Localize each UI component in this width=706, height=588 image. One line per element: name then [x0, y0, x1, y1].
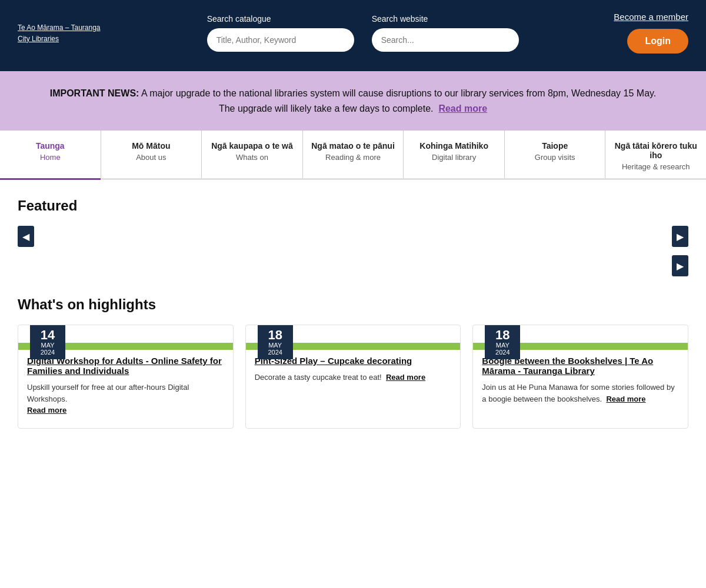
featured-carousel: ◀ ▶ ▶ [18, 226, 688, 273]
nav-maori-group: Taiope [511, 141, 600, 151]
nav-maori-about: Mō Mātou [107, 141, 196, 151]
highlights-title: What's on highlights [18, 296, 688, 313]
news-text2: The upgrade will likely take a few days … [219, 103, 434, 113]
login-button[interactable]: Login [627, 29, 688, 54]
nav-english-heritage: Heritage & research [611, 162, 700, 171]
featured-title: Featured [18, 198, 688, 214]
event-desc-1: Upskill yourself for free at our after-h… [27, 382, 224, 416]
logo-area: Te Ao Mārama – Tauranga City Libraries [18, 22, 112, 44]
website-search-group: Search website [372, 14, 519, 52]
news-banner: IMPORTANT NEWS: A major upgrade to the n… [0, 71, 706, 131]
event-desc-3: Join us at He Puna Manawa for some stori… [482, 382, 679, 405]
highlights-section: What's on highlights 14 MAY 2024 Digital… [0, 285, 706, 446]
nav-item-digital[interactable]: Kohinga Matihiko Digital library [404, 131, 505, 178]
event-read-more-3[interactable]: Read more [606, 395, 645, 403]
nav-english-reading: Reading & more [309, 153, 398, 162]
website-search-input[interactable] [372, 28, 519, 52]
featured-section: Featured ◀ ▶ ▶ [0, 180, 706, 285]
event-date-badge-3: 18 MAY 2024 [485, 325, 520, 359]
event-year-3: 2024 [491, 349, 514, 356]
event-read-more-1[interactable]: Read more [27, 406, 66, 415]
nav-maori-home: Taunga [6, 141, 95, 151]
site-header: Te Ao Mārama – Tauranga City Libraries S… [0, 0, 706, 71]
catalogue-search-group: Search catalogue [207, 14, 354, 52]
events-grid: 14 MAY 2024 Digital Workshop for Adults … [18, 325, 688, 429]
nav-maori-reading: Ngā matao o te pānui [309, 141, 398, 151]
nav-item-home[interactable]: Taunga Home [0, 131, 101, 178]
event-day-1: 14 [36, 329, 59, 342]
nav-maori-whatson: Ngā kaupapa o te wā [208, 141, 297, 151]
header-right: Become a member Login [614, 12, 688, 54]
event-month-3: MAY [491, 342, 514, 349]
event-month-2: MAY [264, 342, 287, 349]
carousel-right-top-arrow[interactable]: ▶ [672, 226, 688, 247]
event-card-2: 18 MAY 2024 Pint-Sized Play – Cupcake de… [245, 325, 461, 429]
news-read-more-link[interactable]: Read more [438, 103, 487, 113]
event-date-badge-2: 18 MAY 2024 [258, 325, 293, 359]
nav-maori-heritage: Ngā tātai kōrero tuku iho [611, 141, 700, 160]
event-content-3: Boogie between the Bookshelves | Te Ao M… [473, 350, 688, 416]
search-area: Search catalogue Search website [207, 14, 519, 52]
nav-item-reading[interactable]: Ngā matao o te pānui Reading & more [303, 131, 404, 178]
site-logo[interactable]: Te Ao Mārama – Tauranga City Libraries [18, 24, 101, 43]
main-navigation: Taunga Home Mō Mātou About us Ngā kaupap… [0, 131, 706, 180]
nav-english-digital: Digital library [409, 153, 498, 162]
nav-english-about: About us [107, 153, 196, 162]
nav-item-group[interactable]: Taiope Group visits [505, 131, 606, 178]
event-year-2: 2024 [264, 349, 287, 356]
nav-maori-digital: Kohinga Matihiko [409, 141, 498, 151]
news-line1: IMPORTANT NEWS: A major upgrade to the n… [24, 86, 682, 101]
carousel-left-arrow[interactable]: ◀ [18, 226, 34, 247]
event-card-1: 14 MAY 2024 Digital Workshop for Adults … [18, 325, 234, 429]
nav-item-whatson[interactable]: Ngā kaupapa o te wā Whats on [202, 131, 303, 178]
nav-item-about[interactable]: Mō Mātou About us [101, 131, 202, 178]
event-day-3: 18 [491, 329, 514, 342]
catalogue-search-input[interactable] [207, 28, 354, 52]
nav-english-group: Group visits [511, 153, 600, 162]
event-month-1: MAY [36, 342, 59, 349]
website-search-label: Search website [372, 14, 519, 24]
become-member-link[interactable]: Become a member [614, 12, 688, 22]
nav-english-whatson: Whats on [208, 153, 297, 162]
event-desc-2: Decorate a tasty cupcake treat to eat! R… [255, 372, 452, 383]
event-card-3: 18 MAY 2024 Boogie between the Bookshelv… [472, 325, 688, 429]
event-year-1: 2024 [36, 349, 59, 356]
nav-item-heritage[interactable]: Ngā tātai kōrero tuku iho Heritage & res… [605, 131, 706, 178]
event-content-1: Digital Workshop for Adults - Online Saf… [18, 350, 233, 428]
news-text1: A major upgrade to the national librarie… [141, 88, 656, 98]
event-read-more-2[interactable]: Read more [386, 373, 425, 382]
carousel-right-mid-arrow[interactable]: ▶ [672, 255, 688, 276]
event-date-badge-1: 14 MAY 2024 [30, 325, 65, 359]
catalogue-search-label: Search catalogue [207, 14, 354, 24]
news-line2: The upgrade will likely take a few days … [24, 101, 682, 116]
nav-english-home: Home [6, 153, 95, 162]
news-important-label: IMPORTANT NEWS: [50, 88, 139, 98]
event-day-2: 18 [264, 329, 287, 342]
